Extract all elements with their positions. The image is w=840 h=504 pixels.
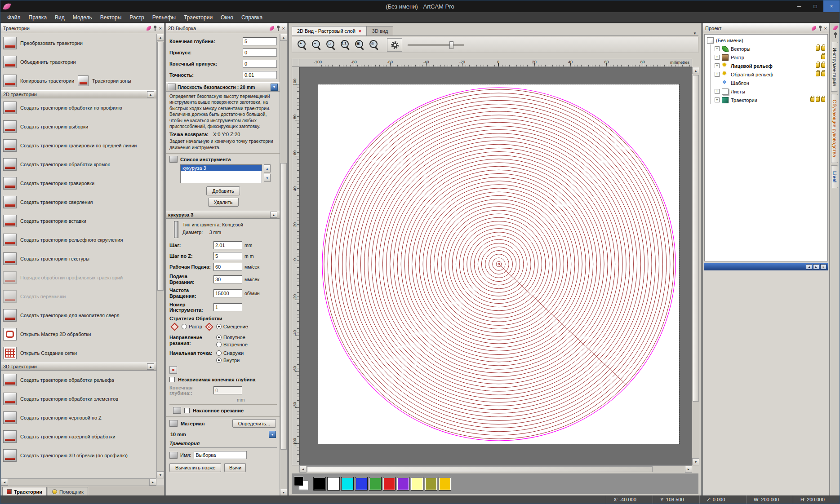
- tool-list[interactable]: кукуруза 3: [180, 164, 262, 183]
- side-tab-1[interactable]: Обучающие руководства: [831, 94, 838, 163]
- start-point-option[interactable]: Снаружи: [216, 350, 244, 356]
- expand-icon[interactable]: +: [715, 89, 720, 94]
- toolpath-item[interactable]: Создать траекторию черновой по Z: [1, 408, 156, 427]
- color-swatch[interactable]: [383, 477, 396, 491]
- ramp-checkbox[interactable]: [184, 408, 190, 413]
- color-swatch[interactable]: [313, 477, 326, 491]
- parameter-input[interactable]: [213, 275, 242, 283]
- color-swatch[interactable]: [369, 477, 382, 491]
- scroll-left-icon[interactable]: ◄: [299, 466, 307, 473]
- toolpath-item[interactable]: Создать траекторию обработки рельефа: [1, 371, 156, 389]
- menu-item[interactable]: Справка: [237, 13, 267, 22]
- zoom-1to1-button[interactable]: 1:1: [338, 38, 352, 52]
- toolpath-item[interactable]: Создать траекторию для накопителя сверл: [1, 306, 156, 325]
- pane-button[interactable]: ►: [813, 264, 819, 270]
- close-button[interactable]: ×: [823, 0, 840, 12]
- toolpaths-hscrollbar[interactable]: ◄ ►: [1, 478, 156, 486]
- expand-icon[interactable]: +: [715, 46, 720, 51]
- tree-item[interactable]: +Обратный рельеф: [705, 70, 827, 79]
- parameter-input[interactable]: [213, 289, 242, 297]
- toolpath-item[interactable]: Создать траекторию гравировки по средней…: [1, 136, 156, 155]
- menu-item[interactable]: Правка: [25, 13, 51, 22]
- primary-secondary-color[interactable]: [293, 476, 312, 492]
- tool-section-header[interactable]: кукуруза 3 ▲: [166, 211, 280, 219]
- collapse-button[interactable]: ▲: [147, 363, 154, 370]
- tree-item[interactable]: +Растр: [705, 53, 827, 62]
- strategy-option[interactable]: Смещение: [216, 324, 248, 329]
- toolpath-name-input[interactable]: [194, 451, 247, 459]
- simulation-button[interactable]: [387, 38, 402, 52]
- scroll-down-icon[interactable]: ▼: [157, 471, 164, 478]
- pin-icon[interactable]: [833, 32, 838, 38]
- zoom-fit-page-button[interactable]: ▣: [353, 38, 366, 52]
- toolpath-item[interactable]: Создать траекторию обработки кромок: [1, 155, 156, 174]
- scrollbar-thumb[interactable]: [307, 466, 653, 472]
- side-tab-0[interactable]: Инструментарий: [831, 42, 838, 92]
- start-point-option[interactable]: Внутри: [216, 358, 244, 363]
- pin-icon[interactable]: [276, 26, 280, 31]
- parameter-input[interactable]: [243, 37, 277, 45]
- model-page[interactable]: [318, 84, 679, 444]
- menu-item[interactable]: Векторы: [96, 13, 125, 22]
- side-tab-2[interactable]: Live!: [831, 165, 838, 189]
- view-tab[interactable]: 3D вид: [367, 26, 394, 35]
- canvas-hscrollbar[interactable]: ◄ ►: [299, 465, 692, 473]
- calculate-now-button[interactable]: Вычи: [224, 463, 246, 472]
- pin-icon[interactable]: [153, 26, 157, 31]
- menu-item[interactable]: Вид: [51, 13, 69, 22]
- calculate-later-button[interactable]: Вычислить позже: [169, 463, 221, 472]
- tool-down-button[interactable]: ▼: [264, 174, 271, 182]
- parameter-input[interactable]: [243, 60, 277, 68]
- pin-icon[interactable]: [818, 26, 822, 31]
- parameter-input[interactable]: [213, 252, 242, 260]
- toolpath-item[interactable]: Создать траекторию обработки по профилю: [1, 98, 156, 117]
- close-icon[interactable]: ×: [824, 26, 827, 31]
- add-tool-button[interactable]: Добавить: [206, 186, 240, 195]
- tree-item[interactable]: +Листы: [705, 87, 827, 96]
- expand-icon[interactable]: +: [715, 55, 720, 60]
- toolpath-item[interactable]: Открыть Создание сетки: [1, 344, 156, 363]
- parameter-input[interactable]: [213, 263, 242, 271]
- parameter-input[interactable]: [213, 303, 242, 311]
- canvas-vscrollbar[interactable]: ▲ ▼: [692, 67, 699, 465]
- menu-item[interactable]: Окно: [217, 13, 237, 22]
- close-tab-icon[interactable]: ×: [359, 29, 361, 34]
- expand-icon[interactable]: +: [715, 72, 720, 77]
- close-icon[interactable]: ×: [159, 26, 162, 31]
- parameter-input[interactable]: [243, 49, 277, 57]
- toolpath-item[interactable]: Создать траекторию текстуры: [1, 249, 156, 268]
- tool-list-selected-item[interactable]: кукуруза 3: [181, 165, 262, 171]
- scroll-right-icon[interactable]: ►: [685, 466, 692, 473]
- primary-color-swatch[interactable]: [294, 477, 303, 486]
- toolpath-item[interactable]: Создать траекторию лазерной обработки: [1, 427, 156, 446]
- parameter-input[interactable]: [213, 241, 242, 249]
- scroll-up-icon[interactable]: ▲: [157, 34, 164, 41]
- safe-z-section-header[interactable]: Плоскость безопасности : 20 mm ▼: [166, 82, 280, 92]
- color-swatch[interactable]: [327, 477, 340, 491]
- scroll-right-icon[interactable]: ►: [149, 479, 156, 486]
- tab-list-chevron-icon[interactable]: ▼: [691, 31, 698, 35]
- toolpath-item[interactable]: Объединить траектории: [1, 53, 156, 71]
- menu-item[interactable]: Растр: [125, 13, 148, 22]
- tree-item[interactable]: +Траектории: [705, 96, 827, 104]
- scrollbar-thumb[interactable]: [280, 163, 287, 450]
- toolpaths-scrollbar[interactable]: ▲ ▼: [156, 34, 164, 478]
- pane-button[interactable]: ◄: [806, 264, 812, 270]
- toolpath-item[interactable]: Создать траекторию сверления: [1, 193, 156, 212]
- zoom-slider[interactable]: [408, 38, 464, 52]
- scroll-up-icon[interactable]: ▲: [692, 67, 699, 74]
- expand-icon[interactable]: +: [715, 97, 720, 102]
- remove-tool-button[interactable]: Удалить: [208, 198, 239, 207]
- color-swatch[interactable]: [425, 477, 437, 491]
- scroll-down-icon[interactable]: ▼: [692, 458, 699, 465]
- zoom-window-button[interactable]: ▭: [324, 38, 338, 52]
- toolpath-item[interactable]: Создать траекторию вставки: [1, 212, 156, 230]
- tree-root[interactable]: (Без имени): [705, 36, 827, 44]
- toolpath-item[interactable]: Создать траекторию 3D обрезки (по профил…: [1, 446, 156, 465]
- toolpath-item[interactable]: Создать траекторию гравировки: [1, 174, 156, 193]
- view-tab[interactable]: 2D Вид - Растровый слой×: [292, 26, 367, 35]
- color-swatch[interactable]: [397, 477, 409, 491]
- menu-item[interactable]: Траектории: [180, 13, 217, 22]
- cut-direction-option[interactable]: Попутное: [216, 335, 248, 340]
- menu-item[interactable]: Модель: [69, 13, 96, 22]
